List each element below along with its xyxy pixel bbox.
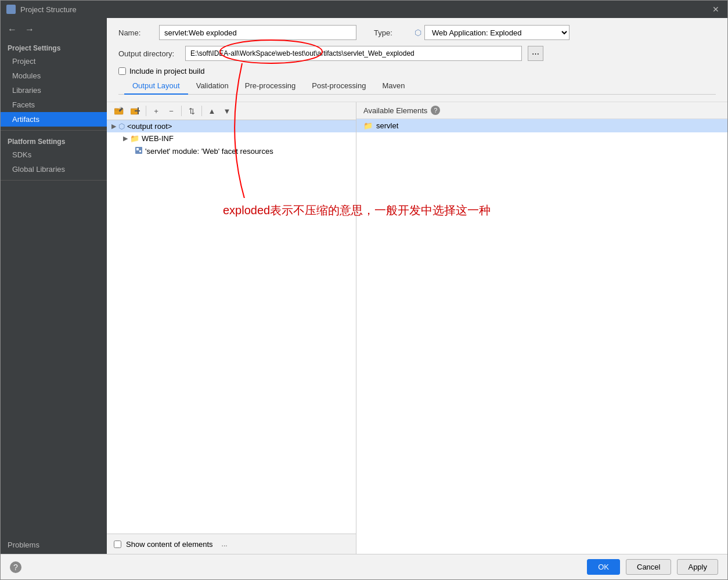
- tree-item-label: WEB-INF: [142, 134, 174, 143]
- dots-button[interactable]: ...: [218, 538, 232, 550]
- sidebar-divider-2: [1, 180, 107, 181]
- tree-item-label: 'servlet' module: 'Web' facet resources: [145, 147, 273, 156]
- type-label: Type:: [374, 28, 409, 37]
- right-panel-content: 📁 servlet: [356, 119, 727, 554]
- root-icon: ⬡: [118, 122, 125, 131]
- platform-settings-header: Platform Settings: [1, 134, 107, 147]
- layout-btn[interactable]: [128, 105, 143, 117]
- back-button[interactable]: ←: [5, 23, 19, 36]
- main-content: Name: Type: ⬡ Web Application: Exploded …: [107, 18, 727, 554]
- svg-rect-3: [12, 10, 15, 13]
- name-label: Name:: [118, 28, 153, 37]
- show-content-label: Show content of elements: [126, 540, 213, 549]
- apply-button[interactable]: Apply: [677, 559, 718, 575]
- tab-bar: Output Layout Validation Pre-processing …: [118, 78, 716, 95]
- type-select[interactable]: Web Application: Exploded: [424, 25, 570, 40]
- toolbar-separator-2: [181, 106, 182, 116]
- sidebar-item-label: Project: [12, 57, 35, 66]
- tree-item-output-root[interactable]: ▶ ⬡ <output root>: [107, 120, 356, 132]
- include-in-build-label: Include in project build: [129, 67, 204, 75]
- footer: ? OK Cancel Apply: [1, 554, 727, 579]
- panel-bottom: Show content of elements ...: [107, 534, 356, 554]
- project-settings-header: Project Settings: [1, 41, 107, 54]
- window-body: ← → Project Settings Project Modules Lib…: [1, 18, 727, 554]
- show-content-checkbox[interactable]: [114, 541, 121, 548]
- svg-rect-0: [8, 6, 10, 9]
- sidebar-item-artifacts[interactable]: Artifacts: [1, 112, 107, 127]
- output-dir-input[interactable]: [185, 46, 522, 61]
- svg-rect-2: [8, 10, 10, 13]
- folder-icon: 📁: [130, 134, 139, 143]
- left-panel-toolbar: + − ⇅ ▲ ▼: [107, 102, 356, 120]
- tab-pre-processing[interactable]: Pre-processing: [237, 78, 304, 95]
- sidebar-item-problems[interactable]: Problems: [1, 536, 107, 554]
- toolbar-separator-1: [146, 106, 146, 116]
- sidebar: ← → Project Settings Project Modules Lib…: [1, 18, 107, 554]
- expand-icon: ▶: [123, 135, 128, 142]
- tab-maven[interactable]: Maven: [374, 78, 413, 95]
- expand-icon: ▶: [111, 123, 116, 130]
- folder-icon: 📁: [363, 121, 373, 130]
- sidebar-item-project[interactable]: Project: [1, 54, 107, 69]
- svg-rect-13: [139, 150, 141, 152]
- svg-rect-12: [136, 148, 139, 150]
- sidebar-item-global-libraries[interactable]: Global Libraries: [1, 162, 107, 176]
- artifact-header: Name: Type: ⬡ Web Application: Exploded …: [107, 18, 727, 102]
- sidebar-item-label: Facets: [12, 100, 35, 109]
- right-item-label: servlet: [376, 121, 398, 130]
- move-down-btn[interactable]: ▼: [220, 105, 234, 117]
- sort-btn[interactable]: ⇅: [185, 105, 199, 117]
- type-select-wrapper: ⬡ Web Application: Exploded: [415, 25, 570, 40]
- sidebar-item-facets[interactable]: Facets: [1, 98, 107, 112]
- browse-dir-button[interactable]: ⋯: [528, 46, 543, 61]
- type-icon: ⬡: [415, 28, 421, 37]
- sidebar-item-label: Modules: [12, 71, 41, 80]
- sidebar-item-sdks[interactable]: SDKs: [1, 147, 107, 162]
- help-button[interactable]: ?: [10, 561, 21, 573]
- svg-rect-1: [12, 6, 15, 9]
- ok-button[interactable]: OK: [587, 559, 620, 575]
- sidebar-item-label: Artifacts: [12, 115, 39, 124]
- window-title: Project Structure: [20, 5, 77, 14]
- add-btn[interactable]: +: [149, 105, 163, 117]
- window-icon: [6, 5, 16, 14]
- svg-rect-5: [114, 109, 118, 110]
- tree-item-label: <output root>: [127, 122, 172, 131]
- module-icon: [135, 146, 143, 156]
- sidebar-item-label: Libraries: [12, 86, 41, 95]
- close-button[interactable]: ✕: [710, 3, 722, 15]
- right-item-servlet[interactable]: 📁 servlet: [356, 119, 727, 132]
- name-type-row: Name: Type: ⬡ Web Application: Exploded: [118, 25, 716, 40]
- sidebar-divider-1: [1, 130, 107, 131]
- sidebar-item-label: SDKs: [12, 150, 31, 159]
- tree-item-servlet-module[interactable]: 'servlet' module: 'Web' facet resources: [107, 145, 356, 158]
- output-dir-row: Output directory: ⋯: [118, 46, 716, 61]
- output-dir-label: Output directory:: [118, 49, 179, 58]
- sidebar-nav: ← →: [1, 21, 107, 38]
- include-build-row: Include in project build: [118, 67, 716, 75]
- toolbar-separator-3: [201, 106, 202, 116]
- title-bar: Project Structure ✕: [1, 1, 727, 18]
- tree-item-web-inf[interactable]: ▶ 📁 WEB-INF: [107, 132, 356, 145]
- available-elements-label: Available Elements: [363, 106, 427, 115]
- right-panel-header: Available Elements ?: [356, 102, 727, 119]
- tab-validation[interactable]: Validation: [188, 78, 237, 95]
- folder-btn[interactable]: [111, 105, 127, 117]
- content-panels: + − ⇅ ▲ ▼ ▶ ⬡ <output root>: [107, 102, 727, 554]
- sidebar-item-modules[interactable]: Modules: [1, 69, 107, 83]
- sidebar-item-label: Global Libraries: [12, 165, 65, 174]
- help-icon[interactable]: ?: [431, 106, 440, 115]
- name-input[interactable]: [159, 25, 356, 40]
- remove-btn[interactable]: −: [164, 105, 178, 117]
- right-panel: Available Elements ? 📁 servlet: [356, 102, 727, 554]
- sidebar-item-libraries[interactable]: Libraries: [1, 83, 107, 98]
- tab-output-layout[interactable]: Output Layout: [124, 78, 188, 95]
- sidebar-item-label: Problems: [8, 541, 39, 549]
- move-up-btn[interactable]: ▲: [205, 105, 219, 117]
- include-in-build-checkbox[interactable]: [118, 67, 126, 75]
- tree-area: ▶ ⬡ <output root> ▶ 📁 WEB-INF: [107, 120, 356, 534]
- tab-post-processing[interactable]: Post-processing: [304, 78, 374, 95]
- forward-button[interactable]: →: [23, 23, 37, 36]
- project-structure-window: Project Structure ✕ ← → Project Settings…: [0, 0, 728, 580]
- cancel-button[interactable]: Cancel: [626, 559, 671, 575]
